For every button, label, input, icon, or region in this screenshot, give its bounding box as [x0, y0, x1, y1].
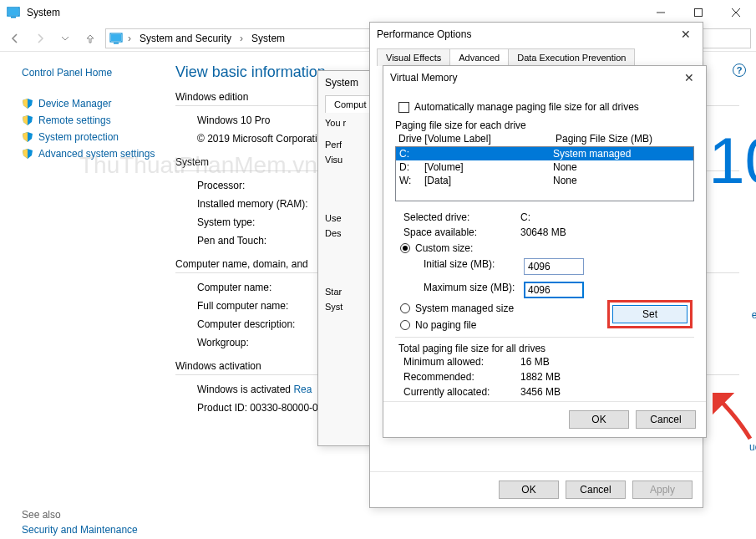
drive-row[interactable]: C: System managed — [396, 147, 693, 160]
selected-drive-value: C: — [520, 211, 530, 223]
tab-advanced[interactable]: Advanced — [449, 48, 509, 66]
read-license-link[interactable]: Rea — [293, 384, 312, 395]
svg-rect-9 — [114, 43, 119, 44]
space-available-value: 30648 MB — [520, 226, 566, 238]
ok-button[interactable]: OK — [499, 481, 559, 499]
checkbox-icon — [398, 102, 409, 113]
shield-icon — [22, 98, 33, 109]
minimize-button[interactable] — [642, 1, 679, 24]
currently-allocated-label: Currently allocated: — [403, 386, 520, 398]
tab-computer-name[interactable]: Comput — [325, 95, 376, 113]
dialog-title: System — [325, 77, 358, 89]
system-icon — [109, 32, 123, 45]
radio-icon — [400, 243, 410, 253]
drive-row[interactable]: W: [Data] None — [396, 174, 693, 187]
close-button[interactable] — [717, 1, 754, 24]
svg-rect-8 — [111, 34, 121, 41]
initial-size-input[interactable] — [524, 258, 584, 275]
breadcrumb-segment[interactable]: System — [248, 32, 288, 45]
see-also-label: See also — [22, 509, 61, 521]
watermark: ThuThuatPhanMem.vn — [79, 152, 317, 179]
sidebar-device-manager[interactable]: Device Manager — [22, 95, 169, 112]
ok-button[interactable]: OK — [569, 410, 629, 429]
close-icon[interactable]: ✕ — [679, 71, 699, 84]
tab-visual-effects[interactable]: Visual Effects — [377, 48, 450, 66]
sidebar-remote-settings[interactable]: Remote settings — [22, 112, 169, 129]
change-product-key-link[interactable]: uct key — [749, 441, 756, 453]
system-icon — [7, 6, 20, 19]
maximum-size-label: Maximum size (MB): — [424, 282, 524, 298]
windows-10-logo-text: 10 — [708, 123, 756, 199]
close-icon[interactable]: ✕ — [676, 28, 696, 41]
initial-size-label: Initial size (MB): — [424, 258, 524, 275]
chevron-right-icon: › — [126, 33, 133, 44]
maximize-button[interactable] — [679, 1, 717, 24]
minimum-allowed-value: 16 MB — [520, 356, 550, 368]
dialog-title: Virtual Memory — [390, 72, 457, 84]
sidebar-system-protection[interactable]: System protection — [22, 129, 169, 145]
total-paging-label: Total paging file size for all drives — [395, 343, 694, 354]
custom-size-radio[interactable]: Custom size: — [395, 240, 694, 257]
shield-icon — [22, 114, 33, 126]
svg-rect-2 — [11, 17, 16, 18]
apply-button[interactable]: Apply — [632, 481, 693, 499]
virtual-memory-dialog: Virtual Memory ✕ Automatically manage pa… — [383, 65, 707, 438]
paging-file-size-label: Paging file size for each drive — [395, 119, 694, 131]
dialog-title: Performance Options — [377, 28, 471, 40]
chevron-right-icon: › — [238, 33, 245, 44]
space-available-label: Space available: — [403, 226, 520, 238]
selected-drive-label: Selected drive: — [403, 211, 520, 223]
set-button[interactable]: Set — [612, 305, 688, 323]
control-panel-home-link[interactable]: Control Panel Home — [22, 67, 169, 79]
cancel-button[interactable]: Cancel — [566, 481, 626, 499]
sidebar: Control Panel Home Device Manager Remote… — [0, 52, 175, 424]
highlight-annotation: Set — [607, 300, 693, 328]
shield-icon — [22, 148, 33, 160]
svg-rect-4 — [694, 9, 702, 17]
drive-row[interactable]: D: [Volume] None — [396, 160, 693, 174]
window-title: System — [25, 7, 642, 18]
back-button[interactable] — [5, 28, 25, 48]
security-maintenance-link[interactable]: Security and Maintenance — [22, 524, 138, 536]
forward-button[interactable] — [30, 28, 50, 48]
radio-icon — [400, 303, 410, 313]
radio-icon — [400, 320, 410, 330]
drive-list[interactable]: C: System managed D: [Volume] None W: [D… — [395, 146, 694, 201]
history-dropdown[interactable] — [55, 28, 75, 48]
change-settings-link[interactable]: ettings — [752, 309, 756, 321]
size-column-header: Paging File Size (MB) — [556, 133, 652, 145]
shield-icon — [22, 131, 33, 143]
maximum-size-input[interactable] — [524, 282, 584, 298]
recommended-value: 1882 MB — [520, 371, 561, 383]
cancel-button[interactable]: Cancel — [636, 410, 696, 429]
tab-dep[interactable]: Data Execution Prevention — [508, 48, 635, 66]
currently-allocated-value: 3456 MB — [520, 386, 561, 398]
recommended-label: Recommended: — [403, 371, 520, 383]
drive-column-header: Drive [Volume Label] — [398, 133, 556, 145]
svg-rect-1 — [8, 8, 18, 15]
minimum-allowed-label: Minimum allowed: — [403, 356, 520, 368]
auto-manage-checkbox[interactable]: Automatically manage paging file size fo… — [398, 101, 694, 113]
up-button[interactable] — [80, 28, 100, 48]
breadcrumb-segment[interactable]: System and Security — [136, 32, 235, 45]
